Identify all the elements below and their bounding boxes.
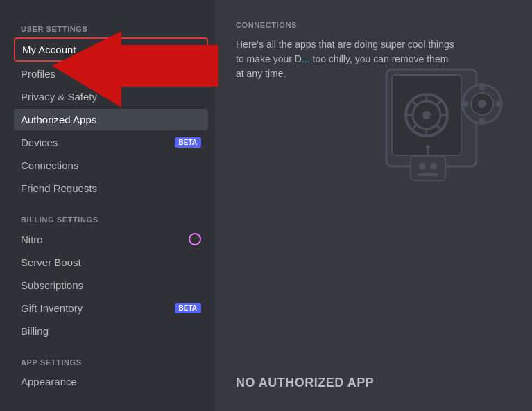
sidebar-item-profiles[interactable]: Profiles xyxy=(14,63,208,85)
svg-point-4 xyxy=(422,111,431,119)
svg-point-21 xyxy=(419,163,426,170)
sidebar-item-label: Server Boost xyxy=(21,256,81,268)
no-apps-title: NO AUTHORIZED APP xyxy=(236,376,511,390)
sidebar-item-label: Authorized Apps xyxy=(21,114,96,125)
sidebar-item-friend-requests[interactable]: Friend Requests xyxy=(14,177,208,199)
sidebar-item-label: Privacy & Safety xyxy=(21,91,97,103)
billing-settings-header: Billing Settings xyxy=(14,216,215,224)
sidebar-item-label: Billing xyxy=(21,325,49,337)
sidebar-item-subscriptions[interactable]: Subscriptions xyxy=(14,274,208,296)
svg-rect-19 xyxy=(496,101,503,107)
section-title: CONNECTIONS xyxy=(236,21,511,29)
svg-rect-16 xyxy=(479,83,485,90)
user-settings-header: User Settings xyxy=(14,25,215,33)
nitro-icon xyxy=(189,233,201,245)
svg-rect-23 xyxy=(418,173,438,176)
sidebar-item-label: Friend Requests xyxy=(21,182,97,194)
sidebar-item-billing[interactable]: Billing xyxy=(14,320,208,342)
sidebar-item-label: Subscriptions xyxy=(21,279,83,291)
sidebar-item-label: My Account xyxy=(22,44,76,55)
sidebar-item-my-account[interactable]: My Account xyxy=(14,37,208,62)
svg-rect-17 xyxy=(479,118,485,125)
sidebar-item-server-boost[interactable]: Server Boost xyxy=(14,252,208,273)
sidebar-item-label: Appearance xyxy=(21,376,77,387)
sidebar: User Settings My Account Profiles Privac… xyxy=(0,0,215,411)
sidebar-item-appearance[interactable]: Appearance xyxy=(14,371,208,392)
svg-rect-20 xyxy=(411,156,445,180)
no-apps-section: NO AUTHORIZED APP xyxy=(236,376,511,390)
sidebar-item-gift-inventory[interactable]: Gift Inventory BETA xyxy=(14,297,208,319)
gift-beta-badge: BETA xyxy=(175,303,201,313)
sidebar-item-label: Profiles xyxy=(21,68,55,80)
sidebar-item-privacy-safety[interactable]: Privacy & Safety xyxy=(14,86,208,107)
sidebar-item-label: Gift Inventory xyxy=(21,302,83,314)
sidebar-item-authorized-apps[interactable]: Authorized Apps xyxy=(14,109,208,130)
svg-point-22 xyxy=(430,163,437,170)
svg-rect-18 xyxy=(461,101,468,107)
sidebar-item-label: Connections xyxy=(21,159,78,171)
devices-beta-badge: BETA xyxy=(175,137,201,148)
main-content: CONNECTIONS Here's all the apps that are… xyxy=(215,0,532,411)
sidebar-item-label: Nitro xyxy=(21,234,43,245)
app-settings-header: App Settings xyxy=(14,358,215,367)
description-link: ... xyxy=(302,53,310,64)
svg-point-15 xyxy=(478,100,486,108)
svg-point-25 xyxy=(426,145,430,149)
sidebar-item-connections[interactable]: Connections xyxy=(14,155,208,176)
sidebar-item-devices[interactable]: Devices BETA xyxy=(14,132,208,153)
vault-illustration-container xyxy=(352,42,532,194)
vault-svg xyxy=(372,49,511,187)
sidebar-item-nitro[interactable]: Nitro xyxy=(14,228,208,250)
sidebar-item-label: Devices xyxy=(21,137,58,148)
